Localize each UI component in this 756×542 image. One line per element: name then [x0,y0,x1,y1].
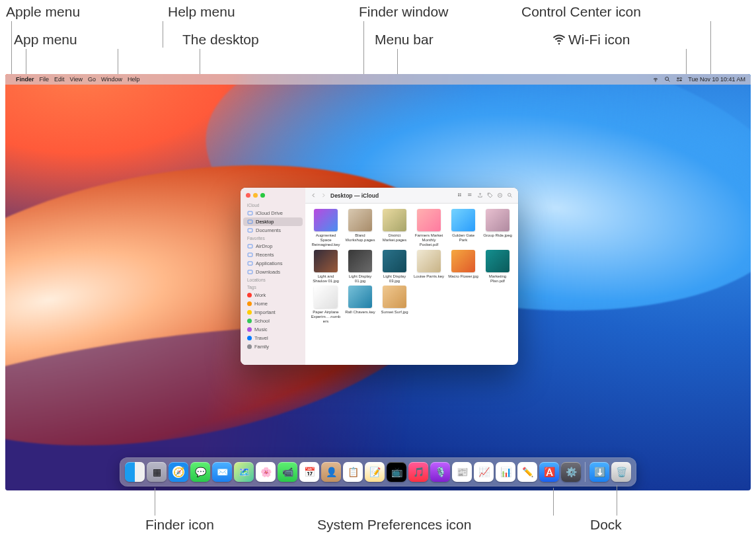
dock-photos-icon[interactable]: 🌸 [256,462,276,482]
svg-rect-2 [677,78,679,79]
dock-sysprefs-icon[interactable]: ⚙️ [561,462,581,482]
dock-launchpad-icon[interactable]: ▦ [147,462,167,482]
file-item[interactable]: Bland Workshop.pages [344,209,377,247]
file-item[interactable]: Golden Gate Park [447,209,480,247]
spotlight-icon[interactable] [664,76,671,83]
dock-maps-icon[interactable]: 🗺️ [234,462,254,482]
dock-numbers-icon[interactable]: 📊 [496,462,515,482]
sidebar-item[interactable]: AirDrop [243,242,303,251]
file-thumbnail [314,209,338,231]
dock-mail-icon[interactable]: ✉️ [212,462,232,482]
dock: ▦🧭💬✉️🗺️🌸📹📅👤📋📝📺🎵🎙️📰📈📊✏️🅰️⚙️⬇️🗑️ [120,457,636,486]
sidebar-item[interactable]: Music [243,325,303,334]
search-icon[interactable] [507,192,513,198]
close-button[interactable] [246,193,250,198]
file-thumbnail [348,250,372,272]
view-icon[interactable] [457,192,463,198]
tag-dot-icon [247,301,252,306]
app-menu[interactable]: Finder [16,76,34,83]
sidebar-item[interactable]: Important [243,308,303,317]
file-name: Golden Gate Park [447,233,479,243]
sidebar-item[interactable]: Documents [243,226,303,235]
forward-icon[interactable] [321,192,326,198]
leader-line [710,21,711,76]
sidebar-item[interactable]: School [243,317,303,325]
file-item[interactable]: Augmented Space Reimagined.key [309,209,342,247]
file-item[interactable]: Macro Flower.jpg [447,250,480,284]
leader-line [11,21,12,75]
file-thumbnail [348,286,372,308]
dock-calendar-icon[interactable]: 📅 [299,462,319,482]
file-name: Sunset Surf.jpg [379,310,410,315]
dock-pages-icon[interactable]: ✏️ [517,462,537,482]
minimize-button[interactable] [253,193,258,198]
dock-podcasts-icon[interactable]: 🎙️ [430,462,450,482]
file-item[interactable]: Light Display 03.jpg [378,250,411,284]
sidebar-item[interactable]: Desktop [243,217,303,226]
dock-contacts-icon[interactable]: 👤 [321,462,341,482]
file-item[interactable]: Marketing Plan.pdf [481,250,514,284]
menu-view[interactable]: View [70,76,83,83]
menu-window[interactable]: Window [101,76,122,83]
dock-appstore-icon[interactable]: 🅰️ [539,462,559,482]
dock-safari-icon[interactable]: 🧭 [169,462,188,482]
file-item[interactable]: Paper Airplane Experim….numbers [309,286,342,324]
dock-messages-icon[interactable]: 💬 [190,462,210,482]
dock-news-icon[interactable]: 📰 [452,462,472,482]
sidebar-item[interactable]: Home [243,299,303,308]
svg-rect-18 [468,195,471,196]
svg-rect-8 [248,229,252,232]
dock-stocks-icon[interactable]: 📈 [474,462,494,482]
file-item[interactable]: Rafi Chavers.key [344,286,377,324]
file-item[interactable]: Light and Shadow 01.jpg [309,250,342,284]
callout-app-menu: App menu [14,32,77,48]
file-item[interactable]: Louise Parris.key [412,250,445,284]
zoom-button[interactable] [260,193,265,198]
share-icon[interactable] [477,192,483,198]
dock-reminders-icon[interactable]: 📋 [343,462,363,482]
wifi-status-icon[interactable] [652,76,659,83]
sidebar-item[interactable]: Recents [243,251,303,259]
callout-finder-window: Finder window [359,4,448,20]
dock-tv-icon[interactable]: 📺 [387,462,406,482]
dock-finder-icon[interactable] [125,462,145,482]
file-name: Paper Airplane Experim….numbers [310,310,342,324]
leader-line [155,488,155,516]
sidebar-item[interactable]: Family [243,342,303,351]
sidebar-item[interactable]: Applications [243,259,303,268]
sidebar-item-label: School [254,318,270,324]
file-item[interactable]: Sunset Surf.jpg [378,286,411,324]
control-center-icon[interactable] [676,76,683,83]
group-icon[interactable] [467,192,473,198]
dock-downloads-stack-icon[interactable]: ⬇️ [589,462,609,482]
menu-edit[interactable]: Edit [54,76,65,83]
sidebar-item[interactable]: Work [243,291,303,299]
sidebar-item[interactable]: Downloads [243,268,303,276]
action-icon[interactable] [497,192,503,198]
sidebar-item-label: Recents [256,252,274,258]
dock-music-icon[interactable]: 🎵 [408,462,428,482]
file-item[interactable]: Light Display 01.jpg [344,250,377,284]
svg-rect-15 [458,195,459,196]
dock-notes-icon[interactable]: 📝 [365,462,385,482]
menu-help[interactable]: Help [128,76,140,83]
menu-file[interactable]: File [40,76,50,83]
dock-trash-icon[interactable]: 🗑️ [611,462,631,482]
sidebar-item[interactable]: Travel [243,334,303,342]
file-item[interactable]: Farmers Market Monthly Pocket.pdf [412,209,445,247]
svg-line-1 [669,80,670,81]
tag-dot-icon [247,310,252,315]
callout-the-desktop: The desktop [182,32,259,48]
menubar-clock[interactable]: Tue Nov 10 10:41 AM [688,76,745,83]
back-icon[interactable] [311,192,317,198]
svg-point-19 [488,194,489,194]
dock-facetime-icon[interactable]: 📹 [278,462,297,482]
menu-go[interactable]: Go [88,76,96,83]
sidebar-item[interactable]: iCloud Drive [243,209,303,217]
tag-icon[interactable] [487,192,493,198]
file-item[interactable]: Group Ride.jpeg [481,209,514,247]
callout-wifi: Wi-Fi icon [552,32,630,48]
file-item[interactable]: District Market.pages [378,209,411,247]
leader-line [686,49,687,77]
sidebar-item-label: Applications [256,260,282,266]
